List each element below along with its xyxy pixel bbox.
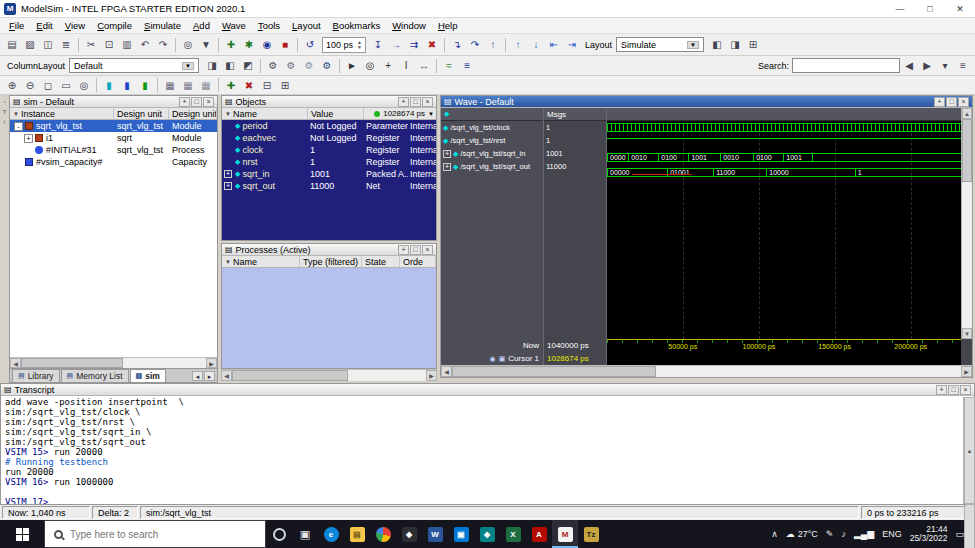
processes-panel-header[interactable]: ▤ Processes (Active) + □ ×: [222, 244, 436, 256]
restart-button[interactable]: ↺: [301, 36, 319, 53]
cursor-insert-button[interactable]: ▮: [100, 77, 118, 94]
expand-icon[interactable]: +: [224, 170, 232, 178]
close-panel-button[interactable]: ×: [958, 97, 969, 107]
cursor-label-cell[interactable]: ◉ ▣ Cursor 1: [441, 352, 543, 365]
sim-time-field[interactable]: 100 ps ▲▼: [322, 37, 366, 53]
zoom-cursor-button[interactable]: ◎: [75, 77, 93, 94]
close-panel-button[interactable]: ×: [203, 97, 214, 107]
middle-hscrollbar[interactable]: ◀ ▶: [221, 369, 437, 381]
app-teal-icon[interactable]: ◈: [474, 520, 500, 548]
edge-icon[interactable]: e: [318, 520, 344, 548]
stop-button[interactable]: ✖: [423, 36, 441, 53]
undock-button[interactable]: ◨: [726, 36, 744, 53]
edit-mode-button[interactable]: I: [397, 57, 415, 74]
chevron-down-icon[interactable]: ▼: [182, 62, 194, 70]
wave-signal-name[interactable]: ◆/sqrt_vlg_tst/clock: [441, 121, 543, 134]
cursor-pin-icon[interactable]: ◉: [490, 355, 496, 363]
grid-toggle-button[interactable]: ▦: [179, 77, 197, 94]
scroll-right-icon[interactable]: ▶: [961, 366, 972, 377]
action-center-icon[interactable]: ▭: [955, 529, 964, 539]
compile-button[interactable]: ✚: [222, 36, 240, 53]
column-header[interactable]: Design unit: [114, 108, 169, 119]
close-panel-button[interactable]: ×: [960, 385, 971, 395]
wave-signal-name[interactable]: +◆/sqrt_vlg_tst/sqrt_in: [441, 147, 543, 160]
cortana-button[interactable]: [266, 520, 292, 548]
scroll-thumb[interactable]: [964, 504, 966, 506]
continue-run-button[interactable]: →: [387, 36, 405, 53]
column-header[interactable]: State: [362, 256, 400, 267]
preferences-button[interactable]: ⚙: [264, 57, 282, 74]
menu-window[interactable]: Window: [386, 19, 432, 32]
remove-from-window-button[interactable]: ◧: [221, 57, 239, 74]
expand-icon[interactable]: +: [443, 150, 451, 158]
taskbar-search-input[interactable]: [70, 529, 240, 540]
wave-signal-name[interactable]: +◆/sqrt_vlg_tst/sqrt_out: [441, 160, 543, 173]
weather-icon[interactable]: ☁27°C: [786, 529, 818, 539]
menu-file[interactable]: File: [3, 19, 30, 32]
taskbar-search[interactable]: [44, 520, 266, 548]
task-view-button[interactable]: ▣: [292, 520, 318, 548]
column-header[interactable]: ▼Instance: [10, 108, 114, 119]
open-file-button[interactable]: ▧: [21, 36, 39, 53]
scroll-left-icon[interactable]: ◀: [221, 370, 232, 381]
tree-row[interactable]: #INITIAL#31sqrt_vlg_tstProcess: [10, 144, 217, 156]
column-header[interactable]: ▼Name: [222, 256, 300, 267]
undock-button[interactable]: □: [191, 97, 202, 107]
layout-save-button[interactable]: ◩: [239, 57, 257, 74]
cursor-lock-button[interactable]: ▮: [118, 77, 136, 94]
toolbar-options-button[interactable]: ≡: [954, 57, 972, 74]
column-header[interactable]: Value: [308, 108, 364, 119]
expand-icon[interactable]: +: [443, 163, 451, 171]
wave-signal-name[interactable]: ◆/sqrt_vlg_tst/nrst: [441, 134, 543, 147]
undock-button[interactable]: □: [410, 97, 421, 107]
cut-button[interactable]: ✂: [82, 36, 100, 53]
cursor-link-button[interactable]: ▮: [136, 77, 154, 94]
tab-scroll-left-icon[interactable]: ◂: [192, 371, 203, 381]
time-spinner[interactable]: ▲▼: [357, 40, 362, 50]
minimize-button[interactable]: —: [885, 0, 915, 17]
menu-compile[interactable]: Compile: [91, 19, 138, 32]
zoom-full-button[interactable]: ◻: [39, 77, 57, 94]
add-to-window-button[interactable]: ◨: [203, 57, 221, 74]
undo-button[interactable]: ↶: [136, 36, 154, 53]
clock-indicator[interactable]: 21:4425/3/2022: [910, 525, 948, 544]
save-button[interactable]: ◫: [39, 36, 57, 53]
column-header[interactable]: ▼Name: [222, 108, 308, 119]
scroll-left-icon[interactable]: ◀: [441, 366, 452, 377]
tree-row[interactable]: #vsim_capacity#Capacity: [10, 156, 217, 168]
dock-resize-icon[interactable]: ↕: [3, 119, 6, 125]
chevron-down-icon[interactable]: ▼: [428, 111, 434, 117]
menu-tools[interactable]: Tools: [252, 19, 286, 32]
scroll-down-icon[interactable]: ▼: [962, 328, 972, 339]
transcript-header[interactable]: ▤ Transcript + □ ×: [1, 384, 974, 396]
run-button[interactable]: ↧: [369, 36, 387, 53]
file-explorer-icon[interactable]: ▤: [344, 520, 370, 548]
network-icon[interactable]: ▂▄▆: [854, 529, 874, 539]
menu-view[interactable]: View: [59, 19, 91, 32]
undock-button[interactable]: □: [410, 245, 421, 255]
modelsim-icon[interactable]: M: [552, 520, 578, 548]
stretch-mode-button[interactable]: ↔: [415, 57, 433, 74]
scroll-thumb[interactable]: [452, 366, 656, 377]
layout-select[interactable]: Simulate ▼: [616, 37, 704, 52]
menu-edit[interactable]: Edit: [30, 19, 58, 32]
transcript-vscrollbar[interactable]: ▲ ▼: [963, 397, 974, 504]
acrobat-icon[interactable]: A: [526, 520, 552, 548]
column-header[interactable]: Orde: [400, 256, 436, 267]
break-button[interactable]: ■: [276, 36, 294, 53]
menu-wave[interactable]: Wave: [216, 19, 252, 32]
d-button[interactable]: +: [398, 245, 409, 255]
step-over-button[interactable]: ↷: [466, 36, 484, 53]
object-row[interactable]: +◆sqrt_in1001Packed A...Internal: [222, 168, 436, 180]
scroll-down-icon[interactable]: ▼: [964, 504, 975, 548]
tab-library[interactable]: ▤Library: [12, 369, 60, 382]
scroll-up-icon[interactable]: ▲: [964, 397, 975, 504]
columnlayout-select[interactable]: Default ▼: [69, 58, 199, 73]
dock-handle-icon[interactable]: ▫: [3, 99, 5, 105]
undock-button[interactable]: □: [948, 385, 959, 395]
word-icon[interactable]: W: [422, 520, 448, 548]
wave-ruler[interactable]: 50000 ps100000 ps150000 ps200000 ps: [607, 339, 961, 352]
redo-button[interactable]: ↷: [154, 36, 172, 53]
find-next-button[interactable]: ↓: [527, 36, 545, 53]
menu-bookmarks[interactable]: Bookmarks: [327, 19, 387, 32]
